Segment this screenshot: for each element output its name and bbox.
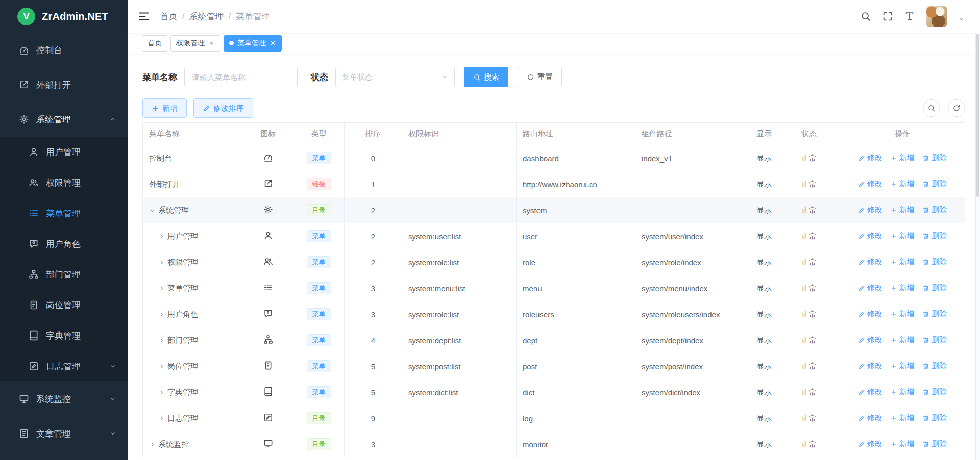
toggle-search-button[interactable]	[923, 99, 940, 117]
tab-首页[interactable]: 首页	[142, 35, 167, 52]
table-row[interactable]: 部门管理菜单4system:dept:listdeptsystem/dept/i…	[143, 327, 965, 353]
row-edit-button[interactable]: 修改	[858, 231, 883, 241]
row-add-button[interactable]: 新增	[890, 205, 915, 215]
row-edit-button[interactable]: 修改	[858, 205, 883, 215]
sidebar-item-post[interactable]: 岗位管理	[0, 290, 128, 320]
sidebar-item-system[interactable]: 系统管理	[0, 102, 128, 137]
row-delete-button[interactable]: 删除	[922, 153, 947, 163]
table-row[interactable]: 控制台菜单0dashboardindex_v1显示正常修改新增删除	[143, 145, 965, 171]
row-delete-button[interactable]: 删除	[922, 439, 947, 449]
row-delete-button[interactable]: 删除	[922, 179, 947, 189]
table-row[interactable]: 日志管理目录9log显示正常修改新增删除	[143, 405, 965, 431]
sidebar-item-log[interactable]: 日志管理	[0, 351, 128, 381]
avatar-caret-icon[interactable]	[958, 16, 965, 22]
header-search-button[interactable]	[860, 11, 871, 22]
tab-菜单管理[interactable]: 菜单管理	[224, 35, 282, 52]
table-row[interactable]: 岗位管理菜单5system:post:listpostsystem/post/i…	[143, 353, 965, 379]
tree-icon	[29, 269, 39, 279]
table-row[interactable]: 权限管理菜单2system:role:listrolesystem/role/i…	[143, 249, 965, 275]
row-edit-button[interactable]: 修改	[858, 413, 883, 423]
row-add-button[interactable]: 新增	[890, 387, 915, 397]
sort-edit-button[interactable]: 修改排序	[193, 98, 253, 118]
chevron-right-icon[interactable]	[158, 259, 165, 266]
row-add-button[interactable]: 新增	[890, 439, 915, 449]
search-button[interactable]: 搜索	[464, 67, 508, 87]
chevron-right-icon[interactable]	[158, 233, 165, 240]
sidebar-item-label: 文章管理	[36, 428, 71, 440]
table-row[interactable]: 系统监控目录3monitor显示正常修改新增删除	[143, 431, 965, 457]
row-add-button[interactable]: 新增	[890, 361, 915, 371]
chevron-right-icon[interactable]	[149, 441, 156, 448]
row-add-button[interactable]: 新增	[890, 309, 915, 319]
row-edit-button[interactable]: 修改	[858, 439, 883, 449]
row-delete-button[interactable]: 删除	[922, 387, 947, 397]
row-edit-button[interactable]: 修改	[858, 257, 883, 267]
chevron-right-icon[interactable]	[158, 415, 165, 422]
delete-icon	[922, 415, 929, 422]
tab-close-icon[interactable]	[208, 40, 215, 46]
tab-close-icon[interactable]	[270, 40, 276, 46]
table-row[interactable]: 字典管理菜单5system:dict:listdictsystem/dict/i…	[143, 379, 965, 405]
scrollbar[interactable]	[975, 33, 980, 460]
row-delete-button[interactable]: 删除	[922, 413, 947, 423]
sidebar-item-dept[interactable]: 部门管理	[0, 259, 128, 290]
row-delete-button[interactable]: 删除	[922, 335, 947, 345]
row-add-button[interactable]: 新增	[890, 335, 915, 345]
table-row[interactable]: 用户管理菜单2system:user:listusersystem/user/i…	[143, 223, 965, 249]
chevron-down-icon[interactable]	[149, 207, 156, 214]
row-add-button[interactable]: 新增	[890, 283, 915, 293]
row-edit-button[interactable]: 修改	[858, 361, 883, 371]
row-delete-button[interactable]: 删除	[922, 257, 947, 267]
table-row[interactable]: 系统管理目录2system显示正常修改新增删除	[143, 197, 965, 223]
sidebar-item-dashboard[interactable]: 控制台	[0, 33, 128, 67]
row-delete-button[interactable]: 删除	[922, 283, 947, 293]
sidebar-item-user[interactable]: 用户管理	[0, 137, 128, 167]
row-edit-button[interactable]: 修改	[858, 153, 883, 163]
status-select[interactable]: 菜单状态	[335, 67, 455, 87]
scrollbar-thumb[interactable]	[976, 34, 979, 197]
row-edit-button[interactable]: 修改	[858, 387, 883, 397]
chevron-right-icon[interactable]	[158, 363, 165, 370]
row-add-button[interactable]: 新增	[890, 257, 915, 267]
chevron-right-icon[interactable]	[158, 311, 165, 318]
tab-权限管理[interactable]: 权限管理	[170, 35, 220, 52]
sidebar-toggle-icon[interactable]	[138, 10, 150, 22]
row-add-button[interactable]: 新增	[890, 153, 915, 163]
fullscreen-button[interactable]	[882, 11, 893, 22]
plus-icon	[890, 415, 897, 422]
type-badge: 菜单	[307, 256, 331, 268]
font-size-button[interactable]	[904, 11, 915, 22]
sidebar-item-dict[interactable]: 字典管理	[0, 320, 128, 351]
row-delete-button[interactable]: 删除	[922, 361, 947, 371]
chevron-right-icon[interactable]	[158, 337, 165, 344]
table-row[interactable]: 用户角色菜单3system:role:listroleuserssystem/r…	[143, 301, 965, 327]
sidebar-item-monitor[interactable]: 系统监控	[0, 381, 128, 416]
add-button[interactable]: 新增	[142, 98, 187, 118]
refresh-table-button[interactable]	[948, 99, 965, 117]
table-row[interactable]: 外部打开链接1http://www.izhaorui.cn显示正常修改新增删除	[143, 171, 965, 197]
sidebar-item-menu[interactable]: 菜单管理	[0, 198, 128, 228]
row-edit-button[interactable]: 修改	[858, 179, 883, 189]
row-add-button[interactable]: 新增	[890, 179, 915, 189]
logo[interactable]: V ZrAdmin.NET	[0, 0, 128, 33]
breadcrumb-item[interactable]: 系统管理	[189, 11, 224, 22]
row-delete-button[interactable]: 删除	[922, 309, 947, 319]
breadcrumb-item[interactable]: 首页	[160, 11, 178, 22]
row-edit-button[interactable]: 修改	[858, 283, 883, 293]
menu-name-input[interactable]	[184, 67, 298, 87]
chevron-right-icon[interactable]	[158, 285, 165, 292]
row-edit-button[interactable]: 修改	[858, 335, 883, 345]
chevron-right-icon[interactable]	[158, 389, 165, 396]
reset-button[interactable]: 重置	[518, 67, 562, 87]
sidebar-item-role[interactable]: 权限管理	[0, 167, 128, 198]
sidebar-item-article[interactable]: 文章管理	[0, 416, 128, 451]
sidebar-item-external[interactable]: 外部打开	[0, 67, 128, 102]
table-row[interactable]: 菜单管理菜单3system:menu:listmenusystem/menu/i…	[143, 275, 965, 301]
row-add-button[interactable]: 新增	[890, 413, 915, 423]
row-add-button[interactable]: 新增	[890, 231, 915, 241]
row-edit-button[interactable]: 修改	[858, 309, 883, 319]
row-delete-button[interactable]: 删除	[922, 231, 947, 241]
row-delete-button[interactable]: 删除	[922, 205, 947, 215]
avatar[interactable]	[926, 6, 947, 27]
sidebar-item-roleusers[interactable]: 用户角色	[0, 228, 128, 259]
